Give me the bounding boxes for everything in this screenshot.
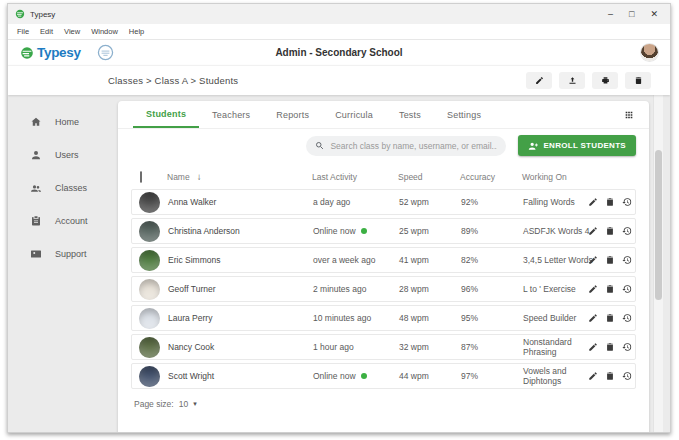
- sidebar-item-account[interactable]: Account: [8, 204, 116, 237]
- speed-value: 52 wpm: [399, 197, 461, 207]
- speed-value: 28 wpm: [399, 284, 461, 294]
- tab-students[interactable]: Students: [133, 101, 199, 128]
- working-on-value: ASDFJK Words 4: [523, 226, 595, 236]
- students-table: Name ↓ Last Activity Speed Accuracy Work…: [118, 162, 649, 409]
- delete-student-button[interactable]: [605, 313, 615, 323]
- menu-bar: File Edit View Window Help: [8, 24, 670, 40]
- user-avatar[interactable]: [641, 44, 658, 61]
- col-header-last-activity[interactable]: Last Activity: [312, 172, 398, 182]
- history-button[interactable]: [622, 197, 632, 207]
- edit-student-button[interactable]: [588, 371, 598, 381]
- col-header-accuracy[interactable]: Accuracy: [460, 172, 522, 182]
- user-icon: [30, 149, 42, 161]
- student-name: Eric Simmons: [168, 255, 313, 265]
- delete-student-button[interactable]: [605, 342, 615, 352]
- col-header-name[interactable]: Name: [167, 172, 190, 182]
- pencil-icon: [588, 371, 598, 381]
- speed-value: 41 wpm: [399, 255, 461, 265]
- tab-bar: Students Teachers Reports Curricula Test…: [118, 101, 649, 129]
- home-icon: [30, 116, 42, 128]
- vertical-scrollbar[interactable]: [653, 95, 663, 433]
- table-row[interactable]: Christina Anderson Online now 25 wpm 89%…: [131, 218, 636, 244]
- col-header-speed[interactable]: Speed: [398, 172, 460, 182]
- upload-button[interactable]: [559, 72, 585, 89]
- menu-window[interactable]: Window: [91, 27, 118, 36]
- tab-teachers[interactable]: Teachers: [199, 101, 263, 128]
- history-button[interactable]: [622, 313, 632, 323]
- sidebar-item-home[interactable]: Home: [8, 105, 116, 138]
- table-row[interactable]: Nancy Cook 1 hour ago 32 wpm 87% Nonstan…: [131, 334, 636, 360]
- tab-curricula[interactable]: Curricula: [322, 101, 386, 128]
- accuracy-value: 82%: [461, 255, 523, 265]
- window-title: Typesy: [30, 10, 55, 19]
- history-icon: [622, 371, 632, 381]
- sort-descending-icon[interactable]: ↓: [197, 171, 202, 182]
- tab-tests[interactable]: Tests: [386, 101, 434, 128]
- page-size-value[interactable]: 10: [179, 399, 188, 409]
- delete-student-button[interactable]: [605, 284, 615, 294]
- pencil-icon: [535, 76, 544, 85]
- history-icon: [622, 313, 632, 323]
- sidebar-item-support[interactable]: Support: [8, 237, 116, 270]
- group-icon: [30, 182, 42, 194]
- edit-student-button[interactable]: [588, 197, 598, 207]
- table-header: Name ↓ Last Activity Speed Accuracy Work…: [131, 164, 636, 189]
- student-avatar: [139, 192, 160, 213]
- menu-edit[interactable]: Edit: [40, 27, 53, 36]
- pencil-icon: [588, 226, 598, 236]
- history-button[interactable]: [622, 342, 632, 352]
- delete-student-button[interactable]: [605, 226, 615, 236]
- menu-help[interactable]: Help: [129, 27, 144, 36]
- apps-grid-icon: [624, 110, 634, 120]
- edit-student-button[interactable]: [588, 342, 598, 352]
- edit-student-button[interactable]: [588, 284, 598, 294]
- pencil-icon: [588, 197, 598, 207]
- edit-student-button[interactable]: [588, 313, 598, 323]
- caret-down-icon[interactable]: ▾: [193, 400, 197, 408]
- table-row[interactable]: Scott Wright Online now 44 wpm 97% Vowel…: [131, 363, 636, 389]
- table-row[interactable]: Anna Walker a day ago 52 wpm 92% Falling…: [131, 189, 636, 215]
- working-on-value: 3,4,5 Letter Words: [523, 255, 595, 265]
- trash-icon: [605, 226, 615, 236]
- typesy-logo-icon: [20, 46, 34, 60]
- sidebar-item-users[interactable]: Users: [8, 138, 116, 171]
- printer-icon: [601, 76, 610, 85]
- history-button[interactable]: [622, 226, 632, 236]
- delete-student-button[interactable]: [605, 371, 615, 381]
- menu-file[interactable]: File: [17, 27, 29, 36]
- edit-student-button[interactable]: [588, 226, 598, 236]
- tab-settings[interactable]: Settings: [434, 101, 494, 128]
- edit-student-button[interactable]: [588, 255, 598, 265]
- history-button[interactable]: [622, 284, 632, 294]
- select-all-checkbox[interactable]: [140, 171, 142, 183]
- delete-student-button[interactable]: [605, 255, 615, 265]
- search-input[interactable]: [330, 141, 497, 151]
- edit-class-button[interactable]: [526, 72, 552, 89]
- close-button[interactable]: ✕: [650, 10, 658, 19]
- menu-view[interactable]: View: [64, 27, 80, 36]
- minimize-button[interactable]: –: [608, 10, 613, 19]
- history-button[interactable]: [622, 371, 632, 381]
- table-row[interactable]: Eric Simmons over a week ago 41 wpm 82% …: [131, 247, 636, 273]
- last-activity: Online now: [313, 226, 356, 236]
- sidebar-item-classes[interactable]: Classes: [8, 171, 116, 204]
- maximize-button[interactable]: □: [629, 10, 634, 19]
- print-button[interactable]: [592, 72, 618, 89]
- table-row[interactable]: Laura Perry 10 minutes ago 48 wpm 95% Sp…: [131, 305, 636, 331]
- student-name: Scott Wright: [168, 371, 313, 381]
- working-on-value: Falling Words: [523, 197, 595, 207]
- table-row[interactable]: Geoff Turner 2 minutes ago 28 wpm 96% L …: [131, 276, 636, 302]
- search-box: [306, 136, 506, 156]
- col-header-working-on[interactable]: Working On: [522, 172, 596, 182]
- history-icon: [622, 342, 632, 352]
- student-avatar: [139, 221, 160, 242]
- scrollbar-thumb[interactable]: [655, 150, 662, 300]
- breadcrumb[interactable]: Classes > Class A > Students: [108, 75, 238, 86]
- grid-view-button[interactable]: [624, 110, 634, 120]
- history-button[interactable]: [622, 255, 632, 265]
- delete-student-button[interactable]: [605, 197, 615, 207]
- last-activity: over a week ago: [313, 255, 375, 265]
- enroll-students-button[interactable]: ENROLL STUDENTS: [518, 135, 636, 156]
- delete-class-button[interactable]: [625, 72, 651, 89]
- tab-reports[interactable]: Reports: [263, 101, 322, 128]
